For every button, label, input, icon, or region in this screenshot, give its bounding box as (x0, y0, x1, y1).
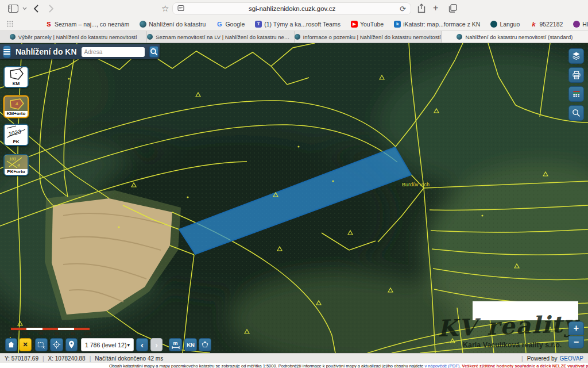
place-label: Burdův vrch (402, 182, 430, 187)
help-pdf-link[interactable]: v nápovědě (PDF) (424, 363, 459, 368)
powered-by-label: Powered by (527, 355, 558, 362)
zoom-in-button[interactable]: + (568, 321, 584, 335)
locate-button[interactable] (50, 338, 63, 351)
bookmark-teams[interactable]: T(1) Týmy a ka...rosoft Teams (255, 21, 341, 28)
bookmark-ikatastr[interactable]: kiKatastr: map...formace z KN (394, 21, 480, 28)
address-bar[interactable]: sgi-nahlizenidokn.cuzk.gov.cz ⟳ (172, 2, 411, 15)
browser-window: ☆ sgi-nahlizenidokn.cuzk.gov.cz ⟳ + SSez… (0, 0, 588, 368)
layer-button-pk-orto[interactable]: 4103 PK+orto (3, 154, 29, 176)
forward-button[interactable] (48, 4, 54, 13)
coord-y: Y: 570187.69 (5, 355, 38, 362)
scale-value: 1 786 (level 12) (85, 342, 126, 348)
status-bar: Y: 570187.69 | X: 1078240.88 | Načítání … (0, 353, 588, 363)
disclaimer-text: Obsah katastrální mapy a mapy pozemkovéh… (109, 363, 423, 368)
scale-bar: 0 20 40 60 80 100 m (10, 327, 90, 335)
coord-x: X: 1078240.88 (48, 355, 86, 362)
ruler-icon (172, 346, 180, 349)
ikatastr-icon: k (394, 21, 401, 28)
layers-tool-button[interactable] (568, 48, 584, 64)
tab-vyber-parcely[interactable]: Výběr parcely | Nahlížení do katastru ne… (0, 31, 147, 43)
history-forward-button[interactable]: › (150, 338, 163, 351)
measure-label: m (173, 341, 177, 346)
caret-down-icon: ▾ (127, 342, 130, 348)
printer-icon (571, 70, 582, 80)
measure-button[interactable]: m (169, 338, 182, 351)
tab-nahlizeni-standard[interactable]: Nahlížení do katastru nemovitostí (stand… (442, 31, 588, 43)
select-area-button[interactable] (35, 338, 48, 351)
crosshair-icon (52, 340, 61, 350)
polygon-tool-button[interactable] (199, 338, 211, 351)
home-icon (7, 340, 16, 349)
disclaimer-bar: Obsah katastrální mapy a mapy pozemkovéh… (0, 363, 588, 368)
disclaimer-warning: Veškeré zjištěné hodnoty souřadnic a dél… (462, 363, 588, 368)
layers-icon (571, 51, 582, 62)
selection-rectangle-icon (37, 340, 46, 350)
magnifier-icon (571, 108, 582, 118)
close-tool-button[interactable]: ✕ (19, 338, 32, 351)
svg-text:4: 4 (17, 163, 20, 168)
share-icon[interactable] (417, 3, 425, 13)
tab-seznam-nemovitosti[interactable]: Seznam nemovitostí na LV | Nahlížení do … (147, 31, 294, 43)
bookmark-google[interactable]: GGoogle (216, 21, 245, 28)
geovap-link[interactable]: GEOVAP (560, 355, 584, 362)
tab-favicon (147, 34, 153, 40)
sidebar-toggle-icon[interactable] (8, 5, 18, 13)
reload-icon[interactable]: ⟳ (400, 5, 406, 13)
search-tool-button[interactable] (568, 105, 584, 121)
apps-grid-icon[interactable] (7, 19, 13, 29)
bookmark-youtube[interactable]: ▶YouTube (351, 21, 384, 28)
bookmark-9522182[interactable]: k9522182 (530, 21, 563, 28)
map-pin-icon (67, 340, 76, 350)
favorites-star-icon[interactable]: ☆ (161, 4, 169, 13)
url-text: sgi-nahlizenidokn.cuzk.gov.cz (184, 5, 400, 12)
kn-button[interactable]: KN (184, 338, 197, 351)
edookit-icon (573, 21, 580, 28)
tab-overview-icon[interactable] (448, 4, 457, 13)
site-settings-icon[interactable] (177, 3, 184, 14)
google-icon: G (216, 21, 223, 28)
youtube-icon: ▶ (351, 21, 358, 28)
history-back-button[interactable]: ‹ (136, 338, 148, 351)
legend-icon (571, 89, 582, 99)
bookmark-edookit[interactable]: Hlavní panel ....edookit.com (573, 21, 588, 28)
new-tab-icon[interactable]: + (433, 3, 438, 13)
bookmark-katastr[interactable]: Nahlížení do katastru (140, 21, 206, 28)
scale-select-dropdown[interactable]: 1 786 (level 12) ▾ (81, 338, 134, 351)
watermark-logo: KV reality (437, 310, 581, 342)
search-button[interactable] (149, 46, 158, 57)
pin-button[interactable] (65, 338, 78, 351)
layer-button-km[interactable]: KM (3, 66, 29, 88)
layer-button-km-orto[interactable]: A KM+orto (3, 95, 29, 118)
pk-orto-thumbnail: 4103 (5, 155, 28, 169)
layer-button-pk[interactable]: 1023 PK (3, 124, 29, 146)
red-k-icon: k (530, 21, 537, 28)
bookmark-seznam[interactable]: SSeznam – naj..., co neznám (45, 21, 129, 28)
map-area: Burdův vrch KV reality Karla Vaculíková … (0, 43, 588, 353)
watermark-company: Karla Vaculíková reality s.r.o. (463, 341, 562, 349)
teams-icon: T (255, 21, 262, 28)
tab-bar: Výběr parcely | Nahlížení do katastru ne… (0, 31, 588, 43)
polygon-icon (200, 340, 210, 350)
languo-icon (490, 21, 497, 28)
home-button[interactable] (5, 338, 17, 351)
print-tool-button[interactable] (568, 67, 584, 83)
pk-thumbnail: 1023 (5, 125, 28, 139)
zoom-out-button[interactable]: − (568, 336, 584, 348)
app-title: Nahlížení do KN (16, 47, 77, 56)
tab-favicon (295, 34, 300, 40)
browser-toolbar: ☆ sgi-nahlizenidokn.cuzk.gov.cz ⟳ + (0, 0, 588, 17)
km-orto-thumbnail: A (5, 97, 28, 111)
address-search-input[interactable] (82, 47, 145, 57)
katastr-globe-icon (140, 21, 146, 28)
bookmarks-bar: SSeznam – naj..., co neznám Nahlížení do… (0, 17, 588, 31)
tab-informace-o-pozemku[interactable]: Informace o pozemku | Nahlížení do katas… (295, 31, 442, 43)
seznam-icon: S (45, 21, 52, 28)
km-thumbnail (5, 67, 28, 81)
app-header: Nahlížení do KN (0, 44, 160, 59)
menu-button[interactable] (3, 45, 11, 58)
legend-tool-button[interactable] (568, 86, 584, 102)
back-button[interactable] (33, 4, 39, 13)
chevron-down-icon[interactable] (22, 7, 27, 10)
tab-favicon (10, 34, 16, 40)
bookmark-languo[interactable]: Languo (490, 21, 520, 28)
